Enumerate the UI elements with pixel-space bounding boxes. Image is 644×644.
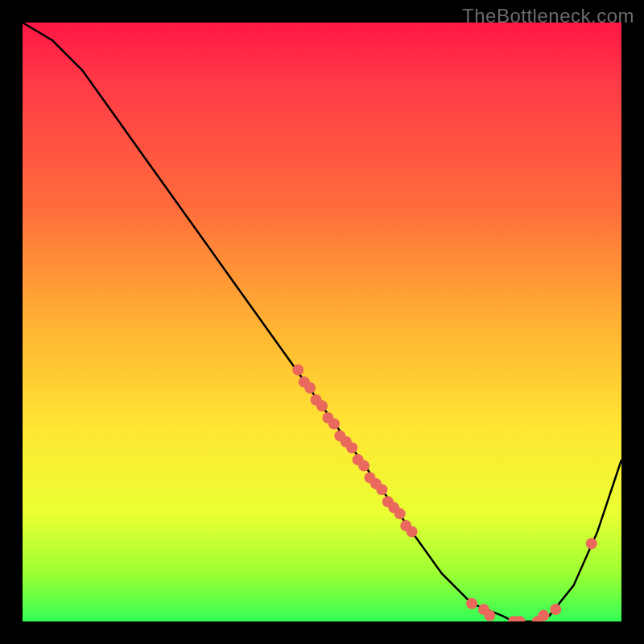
- data-point: [292, 365, 303, 376]
- data-point: [538, 610, 549, 621]
- chart-svg: [23, 23, 621, 621]
- data-point: [394, 508, 406, 519]
- data-point: [334, 430, 345, 441]
- data-point: [508, 616, 519, 621]
- data-point: [550, 604, 561, 615]
- data-point: [328, 419, 340, 430]
- data-point: [466, 598, 477, 609]
- data-point: [358, 460, 369, 472]
- data-point: [341, 436, 352, 448]
- data-point: [532, 616, 543, 621]
- curve-line: [23, 23, 621, 621]
- data-point: [370, 478, 382, 489]
- data-point: [407, 526, 418, 537]
- data-point: [400, 520, 411, 531]
- data-point: [586, 538, 597, 549]
- data-point: [514, 616, 526, 621]
- data-point: [376, 484, 387, 495]
- data-point: [388, 502, 399, 514]
- data-point: [346, 442, 357, 453]
- data-point: [353, 454, 364, 465]
- data-point: [382, 496, 394, 507]
- data-point: [316, 400, 328, 411]
- data-point: [299, 376, 310, 387]
- data-point: [322, 412, 333, 423]
- data-point: [478, 604, 489, 615]
- data-point: [365, 472, 376, 483]
- data-point: [484, 610, 495, 621]
- data-point: [311, 394, 322, 406]
- plot-area: [23, 23, 621, 621]
- chart-frame: TheBottleneck.com: [0, 0, 644, 644]
- data-point: [304, 382, 316, 394]
- data-points: [292, 365, 597, 622]
